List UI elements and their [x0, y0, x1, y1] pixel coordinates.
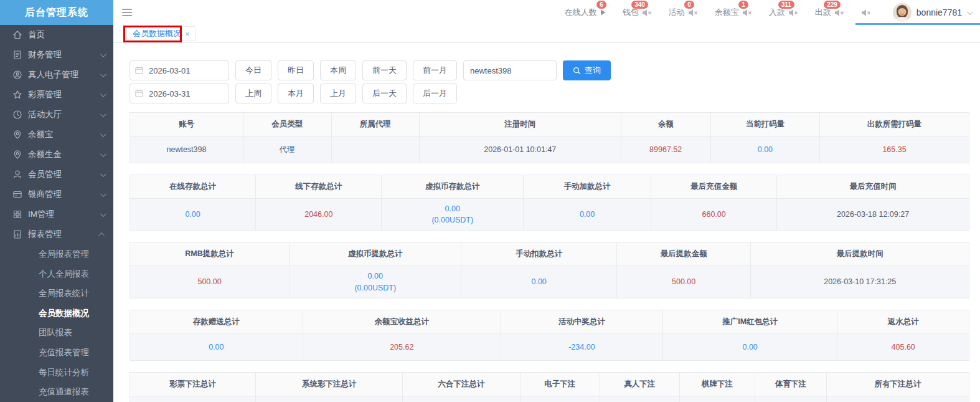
cell-value: 500.00: [403, 396, 521, 402]
user-menu[interactable]: bonnie7781: [888, 3, 971, 22]
column-header: 当前打码量: [710, 113, 819, 136]
sidebar-subitem[interactable]: 全局报表管理: [0, 244, 113, 264]
speaker-mute-icon[interactable]: [788, 9, 798, 17]
close-icon[interactable]: ×: [185, 29, 190, 39]
sidebar-item-label: 会员管理: [28, 169, 100, 180]
quick-date-button[interactable]: 今日: [235, 60, 271, 80]
avatar[interactable]: [893, 3, 912, 22]
sidebar-item-label: 余额生金: [28, 149, 100, 160]
sidebar-subitem[interactable]: 团队报表: [0, 323, 113, 343]
column-header: 彩票下注总计: [130, 372, 256, 396]
collapse-menu-icon[interactable]: [122, 9, 132, 16]
column-header: 电子下注: [520, 372, 600, 396]
speaker-mute-icon[interactable]: [742, 9, 752, 17]
quick-date-button[interactable]: 前一月: [413, 60, 457, 80]
quick-date-button[interactable]: 本月: [278, 84, 314, 103]
sidebar-item[interactable]: 余额生金: [0, 145, 113, 165]
speaker-mute-icon[interactable]: [642, 9, 652, 17]
sidebar-item[interactable]: 真人电子管理: [0, 65, 113, 85]
cell-value: 2046.00: [256, 199, 382, 231]
sidebar-subitem[interactable]: 充值报表管理: [0, 343, 113, 363]
pin-icon: [12, 150, 22, 160]
column-header: 六合下注总计: [403, 372, 521, 396]
quick-date-button[interactable]: 上周: [235, 84, 271, 103]
sidebar-item[interactable]: 余额宝: [0, 125, 113, 145]
speaker-mute-icon[interactable]: [861, 9, 871, 17]
chevron-down-icon: [100, 151, 106, 157]
cell-value: 0.00: [461, 266, 616, 298]
notification-item[interactable]: 在线人数6: [565, 7, 606, 18]
speaker-mute-icon[interactable]: [688, 9, 698, 17]
sidebar-item-label: 财务管理: [28, 49, 100, 60]
im-icon: [12, 209, 22, 219]
quick-date-button[interactable]: 前一天: [362, 60, 407, 80]
finance-icon: [12, 50, 22, 60]
notification-item[interactable]: 入款311: [769, 7, 798, 18]
quick-date-button[interactable]: 后一月: [413, 84, 457, 103]
column-header: 体育下注: [755, 372, 827, 396]
sidebar-subitem[interactable]: 会员数据概况: [0, 304, 113, 323]
speaker-mute-icon[interactable]: [834, 9, 844, 17]
data-table: 在线存款总计线下存款总计虚拟币存款总计手动加款总计最后充值金额最后充值时间0.0…: [130, 175, 969, 231]
merchant-icon: [12, 189, 22, 199]
chevron-down-icon: [100, 131, 106, 137]
table-row: newtest398代理2026-01-01 10:01:4789967.520…: [130, 136, 969, 163]
sidebar-item[interactable]: 财务管理: [0, 45, 113, 65]
notification-item[interactable]: 出款229: [815, 7, 844, 18]
pin-icon: [12, 130, 22, 140]
query-button-label: 查询: [585, 65, 601, 76]
sidebar-item-label: 余额宝: [28, 129, 100, 140]
sidebar-item[interactable]: IM管理: [0, 204, 113, 224]
page-content: 今日昨日本周前一天前一月 查询 上周本月上月后一天后一月 账号会员类型所属代理注…: [113, 43, 980, 402]
chevron-down-icon: [100, 91, 106, 97]
cell-value: 2026-03-18 12:09:27: [777, 199, 969, 231]
sidebar-item[interactable]: 活动大厅: [0, 105, 113, 125]
sidebar-item-label: 首页: [28, 29, 105, 41]
table-row: 30000.004060.00500.006500.000.000.000.00…: [130, 396, 969, 402]
sidebar-subitem[interactable]: 全局报表统计: [0, 284, 113, 304]
activity-icon: [12, 110, 22, 120]
cell-value: 0.00: [524, 199, 651, 231]
quick-date-button[interactable]: 本周: [320, 60, 356, 80]
quick-date-button[interactable]: 昨日: [278, 60, 314, 80]
column-header: 虚拟币存款总计: [382, 175, 524, 199]
count-badge: 1: [738, 1, 748, 9]
sidebar-item[interactable]: 银商管理: [0, 184, 113, 204]
quick-date-button[interactable]: 上月: [320, 84, 356, 103]
notification-area: 在线人数6钱包340活动0余额宝1入款311出款229: [565, 7, 844, 18]
cell-value: 500.00: [616, 266, 751, 298]
notification-label: 活动0: [669, 7, 685, 18]
date-end-input[interactable]: [130, 84, 229, 103]
global-sound-toggle[interactable]: [861, 9, 871, 17]
sidebar-item[interactable]: 彩票管理: [0, 85, 113, 105]
date-start-input[interactable]: [130, 60, 229, 80]
column-header: 所属代理: [331, 113, 420, 136]
sidebar-item[interactable]: 会员管理: [0, 165, 113, 184]
sidebar-item-label: IM管理: [28, 209, 100, 220]
cell-value: 0.00(0.00USDT): [290, 266, 461, 298]
quick-date-buttons-row2: 上周本月上月后一天后一月: [235, 84, 457, 103]
query-button[interactable]: 查询: [563, 60, 611, 80]
sidebar-item[interactable]: 首页: [0, 25, 113, 45]
member-search-input[interactable]: [463, 60, 557, 80]
notification-item[interactable]: 活动0: [669, 7, 698, 18]
table-row: 500.000.00(0.00USDT)0.00500.002026-03-10…: [130, 266, 969, 298]
notification-item[interactable]: 余额宝1: [715, 7, 752, 18]
chevron-down-icon: [100, 171, 106, 177]
sidebar-subitem[interactable]: 充值通道报表: [0, 382, 113, 402]
play-icon[interactable]: [600, 9, 606, 16]
sidebar-item[interactable]: 报表管理: [0, 224, 113, 244]
tables-container: 账号会员类型所属代理注册时间余额当前打码量出款所需打码量newtest398代理…: [130, 112, 969, 402]
notification-label: 出款229: [815, 7, 831, 18]
sidebar-subitem[interactable]: 每日统计分析: [0, 363, 113, 383]
cell-value: 0.00: [679, 396, 755, 402]
count-badge: 229: [824, 1, 841, 9]
quick-date-button[interactable]: 后一天: [362, 84, 407, 103]
notification-item[interactable]: 钱包340: [623, 7, 652, 18]
sidebar-subitem[interactable]: 个人全局报表: [0, 264, 113, 284]
tab-member-data-overview[interactable]: 会员数据概况 ×: [126, 26, 196, 41]
column-header: 手动扣款总计: [461, 242, 616, 266]
sidebar-item-label: 银商管理: [28, 189, 100, 200]
column-header: 账号: [130, 113, 243, 136]
sidebar-nav: 首页财务管理真人电子管理彩票管理活动大厅余额宝余额生金会员管理银商管理IM管理报…: [0, 25, 113, 402]
